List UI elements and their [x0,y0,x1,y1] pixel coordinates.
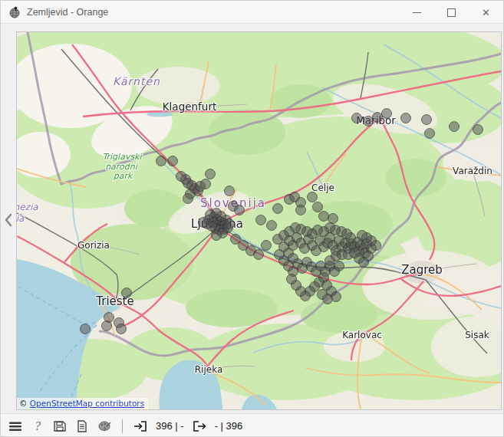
data-point[interactable] [425,129,435,139]
data-point[interactable] [256,215,266,225]
data-point[interactable] [176,172,186,182]
map-label: ia [17,213,25,224]
window-title: Zemljevid - Orange [27,7,108,18]
data-point[interactable] [275,250,285,260]
map-label: Celje [311,182,334,193]
data-point[interactable] [401,113,411,123]
data-point[interactable] [318,290,328,300]
visual-settings-icon[interactable] [97,419,111,433]
output-icon [193,419,206,433]
map-label: park [114,171,133,181]
data-point[interactable] [117,324,127,334]
titlebar: Zemljevid - Orange ✕ [1,1,503,24]
panel-collapse-toggle[interactable] [1,31,16,409]
map-label: Klagenfurt [163,100,216,113]
close-button[interactable]: ✕ [469,1,503,24]
minimize-button[interactable] [400,1,434,24]
data-point[interactable] [235,205,245,215]
copyright-symbol: © [19,399,28,408]
close-icon: ✕ [482,8,490,18]
data-point[interactable] [273,204,283,214]
map-label: Sisak [465,330,489,340]
statusbar-separator [122,419,123,433]
report-icon[interactable] [75,419,89,433]
save-icon[interactable] [53,419,67,433]
data-point[interactable] [313,202,323,212]
map-view[interactable]: KärntenKlagenfurtMariborVaraždinTriglavs… [16,31,502,410]
map-label: Varaždin [453,166,492,176]
data-point[interactable] [201,179,211,189]
data-point[interactable] [422,115,432,125]
data-point[interactable] [168,156,178,166]
data-point[interactable] [122,288,132,298]
svg-text:?: ? [35,419,41,432]
data-point[interactable] [364,117,374,127]
data-point[interactable] [183,194,193,204]
data-point[interactable] [212,209,222,219]
data-point[interactable] [81,324,91,334]
data-point[interactable] [319,212,329,222]
statusbar: ? 396 | - - | [1,413,503,437]
data-point[interactable] [267,221,277,231]
data-point[interactable] [334,261,344,271]
data-point[interactable] [373,113,383,123]
data-point[interactable] [382,109,392,119]
map-label: Rijeka [195,364,222,375]
data-point[interactable] [473,125,483,135]
data-point[interactable] [308,192,318,202]
input-count: 396 | - [156,420,184,432]
map-label: enezia [17,202,38,212]
map-attribution: © OpenStreetMap contributors [17,398,148,409]
menu-icon[interactable] [8,419,22,433]
data-point[interactable] [254,250,264,260]
map-svg[interactable]: KärntenKlagenfurtMariborVaraždinTriglavs… [17,32,501,409]
data-point[interactable] [225,219,235,229]
map-label: Zagreb [401,263,443,277]
data-point[interactable] [296,205,306,215]
help-icon[interactable]: ? [31,419,44,433]
data-point[interactable] [357,231,367,241]
data-point[interactable] [206,169,216,179]
osm-attribution-link[interactable]: OpenStreetMap contributors [30,399,144,408]
map-label: Triglavski [102,152,143,162]
data-point[interactable] [328,214,338,224]
data-point[interactable] [262,241,272,251]
data-point[interactable] [287,274,297,284]
output-count: - | 396 [215,420,243,432]
data-point[interactable] [352,113,362,123]
map-label: Gorizia [77,240,110,251]
input-icon [133,419,147,433]
data-point[interactable] [364,251,374,261]
map-label: Kärnten [113,75,160,87]
data-point[interactable] [285,227,295,237]
chevron-left-icon [4,213,13,227]
data-point[interactable] [450,122,460,132]
maximize-button[interactable] [434,1,469,24]
data-point[interactable] [156,156,166,166]
map-widget-icon [8,6,21,18]
map-label: Karlovac [342,330,382,340]
data-point[interactable] [102,321,112,331]
data-point[interactable] [212,231,222,241]
app-window: Zemljevid - Orange ✕ [0,0,504,437]
data-point[interactable] [199,218,209,228]
data-point[interactable] [225,186,235,196]
